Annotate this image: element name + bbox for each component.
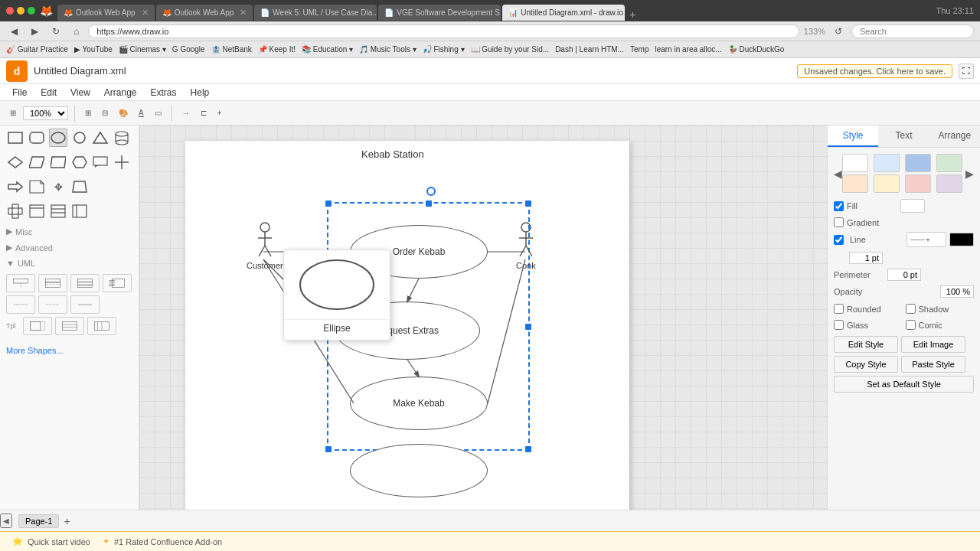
paste-style-btn[interactable]: Paste Style: [901, 356, 965, 373]
bookmark-google[interactable]: G Google: [172, 45, 205, 54]
uml-table2[interactable]: [55, 317, 84, 335]
bookmark-guide[interactable]: 📖 Guide by your Sid...: [471, 45, 550, 54]
shadow-checkbox[interactable]: [906, 304, 916, 314]
menu-view[interactable]: View: [64, 86, 96, 99]
shape-note[interactable]: [28, 178, 46, 196]
menu-arrange[interactable]: Arrange: [98, 86, 143, 99]
home-btn[interactable]: ⌂: [69, 24, 83, 39]
fill-checkbox[interactable]: [834, 201, 844, 211]
shape-circle[interactable]: [70, 129, 89, 147]
promo-item-2[interactable]: ✦ #1 Rated Confluence Add-on: [103, 536, 222, 546]
bookmark-education[interactable]: 📚 Education ▾: [302, 45, 353, 54]
edit-image-btn[interactable]: Edit Image: [901, 336, 965, 353]
gradient-checkbox[interactable]: [834, 217, 844, 227]
bookmark-music[interactable]: 🎵 Music Tools ▾: [359, 45, 416, 54]
panel-tab-text[interactable]: Text: [878, 126, 929, 147]
bookmark-learn[interactable]: learn in area alloc...: [655, 45, 721, 54]
add-page-btn[interactable]: +: [59, 514, 74, 529]
shape-btn[interactable]: ▭: [151, 106, 165, 119]
back-btn[interactable]: ◀: [6, 24, 22, 39]
shape-rhombus[interactable]: [28, 153, 46, 171]
browser-tab-4[interactable]: 📄 VGE Software Development S... ✕: [378, 5, 501, 21]
bookmark-fishing[interactable]: 🎣 Fishing ▾: [423, 45, 465, 54]
swatch-medium-blue[interactable]: [905, 154, 931, 172]
search-bar[interactable]: [851, 24, 974, 38]
refresh-btn[interactable]: ↺: [830, 24, 847, 39]
more-shapes-btn[interactable]: More Shapes...: [0, 341, 139, 360]
add-btn[interactable]: +: [214, 106, 226, 119]
waypoint-btn[interactable]: ⊏: [197, 106, 211, 119]
section-uml[interactable]: ▼ UML: [0, 256, 139, 271]
bookmark-duckduckgo[interactable]: 🦆 DuckDuckGo: [728, 45, 785, 54]
menu-extras[interactable]: Extras: [145, 86, 183, 99]
panel-tab-style[interactable]: Style: [828, 126, 878, 147]
swatch-light-green[interactable]: [936, 154, 962, 172]
uml-lifeline[interactable]: [6, 274, 35, 292]
collapse-sidebar-btn[interactable]: ◀: [0, 514, 12, 528]
actor-customer[interactable]: Customer: [247, 221, 283, 270]
bookmark-keepit[interactable]: 📌 Keep It!: [258, 45, 296, 54]
shape-callout[interactable]: [91, 153, 109, 171]
use-case-make-kebab[interactable]: Make Kebab: [350, 377, 488, 430]
fill-color-box[interactable]: [900, 199, 925, 213]
shape-rectangle[interactable]: [6, 129, 24, 147]
bookmark-temp[interactable]: Temp: [630, 45, 648, 54]
canvas-area[interactable]: Kebab Station: [139, 126, 827, 510]
comic-checkbox[interactable]: [906, 320, 916, 330]
connector-btn[interactable]: →: [178, 106, 194, 119]
line-checkbox[interactable]: [834, 235, 844, 245]
shape-ellipse[interactable]: [49, 129, 67, 147]
uml-swimlane2[interactable]: [87, 317, 116, 335]
uml-dashed-2[interactable]: [38, 295, 67, 314]
bookmark-netbank[interactable]: 🏦 NetBank: [211, 45, 252, 54]
swatch-light-orange[interactable]: [842, 174, 868, 193]
shape-table[interactable]: [49, 202, 67, 220]
minimize-window-btn[interactable]: [17, 7, 24, 15]
promo-item-1[interactable]: ⭐ Quick start video: [12, 536, 90, 546]
set-default-style-btn[interactable]: Set as Default Style: [834, 376, 974, 393]
bookmark-youtube[interactable]: ▶ YouTube: [74, 45, 113, 54]
shape-cross[interactable]: [113, 153, 131, 171]
swatch-white[interactable]: [842, 154, 868, 172]
palette-prev-btn[interactable]: ◀: [834, 168, 842, 180]
actor-cook[interactable]: Cook: [516, 221, 536, 270]
menu-file[interactable]: File: [6, 86, 33, 99]
palette-next-btn[interactable]: ▶: [965, 168, 974, 180]
opacity-input[interactable]: [940, 285, 974, 298]
section-advanced[interactable]: ▶ Advanced: [0, 240, 139, 256]
bookmark-dash[interactable]: Dash | Learn HTM...: [555, 45, 624, 54]
swatch-light-blue[interactable]: [874, 154, 900, 172]
forward-btn[interactable]: ▶: [27, 24, 43, 39]
uml-note[interactable]: [23, 317, 52, 335]
maximize-window-btn[interactable]: [28, 7, 35, 15]
panel-tab-arrange[interactable]: Arrange: [929, 126, 980, 147]
use-case-partial[interactable]: [350, 444, 488, 497]
shape-swimlane[interactable]: [70, 202, 89, 220]
copy-style-btn[interactable]: Copy Style: [834, 356, 898, 373]
fullscreen-btn[interactable]: ⛶: [959, 64, 974, 79]
swatch-light-purple[interactable]: [936, 174, 962, 193]
fill-color-btn[interactable]: 🎨: [115, 106, 132, 119]
line-weight-input[interactable]: [849, 252, 883, 264]
shape-cylinder[interactable]: [113, 129, 131, 147]
menu-edit[interactable]: Edit: [34, 86, 63, 99]
address-bar[interactable]: [88, 24, 799, 38]
browser-tab-3[interactable]: 📄 Week 5: UML / Use Case Dia... ✕: [254, 5, 377, 21]
uml-component[interactable]: [103, 274, 132, 292]
shape-triangle[interactable]: [91, 129, 109, 147]
page-tab[interactable]: Page-1: [18, 514, 59, 528]
browser-tab-active[interactable]: 📊 Untitled Diagram.xml - draw.io ✕: [502, 5, 625, 21]
shape-move[interactable]: ✥: [49, 178, 67, 196]
glass-checkbox[interactable]: [834, 320, 844, 330]
browser-tab-2[interactable]: 🦊 Outlook Web App ✕: [156, 5, 253, 21]
shape-hexagon[interactable]: [70, 153, 89, 171]
uml-dashed-1[interactable]: [6, 295, 35, 314]
menu-help[interactable]: Help: [185, 86, 216, 99]
perimeter-input[interactable]: [887, 269, 921, 281]
shape-cross2[interactable]: [6, 202, 24, 220]
swatch-light-red[interactable]: [905, 174, 931, 193]
reload-btn[interactable]: ↻: [47, 24, 64, 39]
close-window-btn[interactable]: [6, 7, 14, 15]
rotate-handle[interactable]: [426, 187, 436, 196]
bookmark-guitar[interactable]: 🎸 Guitar Practice: [6, 45, 68, 54]
